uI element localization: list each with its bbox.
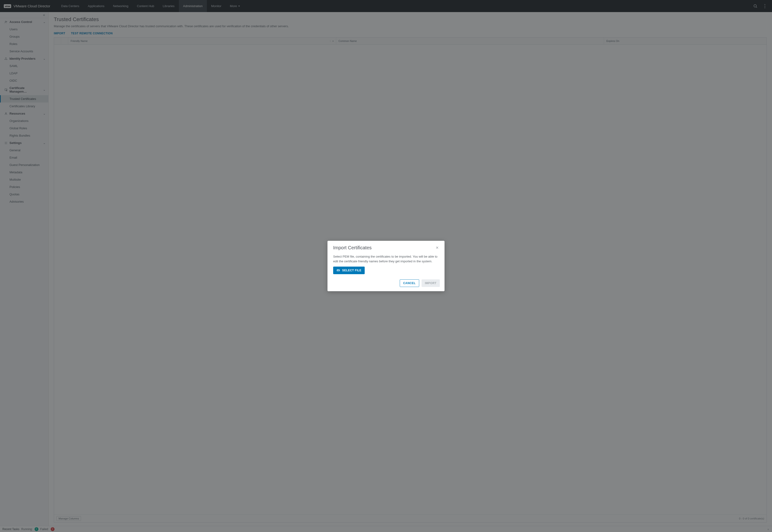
select-file-label: SELECT FILE bbox=[342, 269, 361, 272]
modal-description: Select PEM file, containing the certific… bbox=[333, 254, 439, 264]
close-icon[interactable] bbox=[435, 246, 439, 249]
select-file-button[interactable]: SELECT FILE bbox=[333, 267, 365, 274]
cancel-button[interactable]: CANCEL bbox=[400, 279, 419, 287]
import-button[interactable]: IMPORT bbox=[422, 279, 440, 287]
modal-overlay: Import Certificates Select PEM file, con… bbox=[0, 0, 772, 532]
modal-title: Import Certificates bbox=[333, 245, 372, 250]
folder-open-icon bbox=[337, 269, 340, 272]
import-certificates-dialog: Import Certificates Select PEM file, con… bbox=[328, 241, 444, 291]
